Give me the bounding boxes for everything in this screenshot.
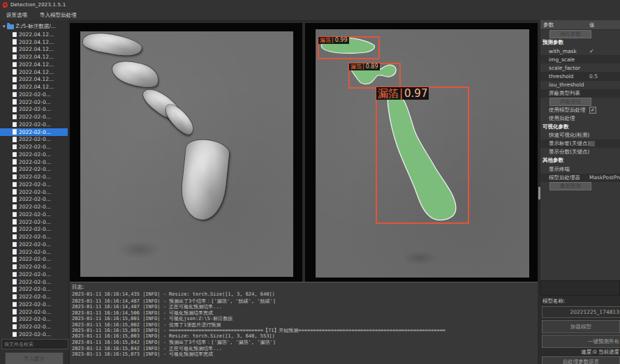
tree-item-label: 2022-02-0... bbox=[19, 196, 51, 202]
postprocess-settings-button[interactable]: 后处理参数设置 bbox=[542, 356, 620, 364]
param-row[interactable]: 屏蔽类型列表 bbox=[540, 89, 620, 98]
param-label: 屏蔽类型列表 bbox=[549, 90, 580, 97]
param-row[interactable]: 模型后处理器 MaskPostPro bbox=[540, 174, 620, 182]
file-icon bbox=[13, 234, 17, 240]
tree-item[interactable]: 2022-02-0... bbox=[0, 188, 68, 196]
tree-root-folder[interactable]: ▾ Z:/5-标注数据/... bbox=[0, 22, 68, 31]
file-icon bbox=[13, 272, 17, 278]
tree-item[interactable]: 2022-02-0... bbox=[0, 241, 68, 248]
param-checkbox[interactable]: ✓ bbox=[589, 48, 594, 54]
tree-item[interactable]: 2022-02-0... bbox=[0, 106, 68, 114]
param-row[interactable]: 参数 值 bbox=[540, 20, 620, 30]
tree-item-label: 2022-02-0... bbox=[19, 309, 51, 315]
tree-item[interactable]: 2022-02-0... bbox=[0, 181, 68, 188]
tree-item[interactable]: 2022-02-0... bbox=[0, 301, 68, 308]
tree-item[interactable]: 2022-02-0... bbox=[0, 98, 68, 106]
tree-item[interactable]: 2022-02-0... bbox=[0, 166, 68, 174]
menu-settings[interactable]: 设置选项 bbox=[0, 10, 34, 20]
tree-item[interactable]: 2022-02-0... bbox=[0, 151, 68, 158]
tree-item[interactable]: 2022-02-0... bbox=[0, 271, 68, 278]
param-row[interactable]: with_mask ✓ bbox=[540, 47, 620, 55]
tree-item[interactable]: 2022-02-0... bbox=[0, 91, 68, 98]
tree-item[interactable]: 2022-02-0... bbox=[0, 113, 68, 121]
model-name-field[interactable]: 20221225_174813 bbox=[542, 306, 620, 318]
tree-item-label: 2022-02-0... bbox=[19, 204, 51, 210]
log-line: 2023-01-11 16:16:14,435 |INFO| - Resize:… bbox=[70, 291, 538, 298]
param-row[interactable]: threshold 0.5 bbox=[540, 72, 620, 80]
tree-item-label: 2022-02-0... bbox=[19, 324, 51, 330]
tree-item[interactable]: 2022-02-0... bbox=[0, 331, 68, 338]
param-label: 参数 bbox=[543, 22, 554, 29]
prediction-image: 漏箔|0.99 漏箔|0.89 漏箔|0.97 bbox=[316, 29, 529, 278]
tree-item[interactable]: 2022-02-0... bbox=[0, 136, 68, 144]
param-row[interactable]: 使用模型后处理 ✓ bbox=[540, 106, 620, 114]
tree-item[interactable]: 2022-02-0... bbox=[0, 256, 68, 264]
param-row[interactable]: 显示分数(关键点) bbox=[540, 148, 620, 156]
file-icon bbox=[13, 54, 17, 60]
tree-item[interactable]: 2022-02-0... bbox=[0, 286, 68, 294]
file-icon bbox=[13, 144, 17, 150]
tree-item[interactable]: 2022-02-0... bbox=[0, 226, 68, 234]
tree-item[interactable]: 2022-02-0... bbox=[0, 121, 68, 128]
tree-item[interactable]: 2022-02-0... bbox=[0, 316, 68, 324]
tree-item[interactable]: 2022.04.12... bbox=[0, 68, 68, 76]
log-line: 2023-01-11 16:16:14,487 |INFO| - 正在可视化预测… bbox=[70, 303, 538, 310]
filename-search-input[interactable] bbox=[1, 339, 68, 349]
tree-item[interactable]: 2022-02-0... bbox=[0, 323, 68, 331]
tree-item[interactable]: 2022.04.12... bbox=[0, 61, 68, 68]
tree-item[interactable]: 2022.04.12... bbox=[0, 83, 68, 91]
tree-item[interactable]: 2022.04.12... bbox=[0, 53, 68, 61]
param-row[interactable]: 保存参数 bbox=[540, 30, 620, 38]
param-row[interactable]: scale_factor bbox=[540, 63, 620, 72]
image-panel-original[interactable] bbox=[70, 23, 302, 286]
tree-item[interactable]: 2022-02-0... bbox=[0, 248, 68, 256]
file-icon bbox=[13, 69, 17, 75]
tree-item[interactable]: 2022-02-0... bbox=[0, 263, 68, 271]
load-model-button[interactable]: 加载模型 bbox=[542, 320, 620, 333]
param-row[interactable]: 快速可视化(检测) bbox=[540, 131, 620, 139]
tree-item[interactable]: 2022.04.12... bbox=[0, 46, 68, 54]
tree-item[interactable]: 2022-02-0... bbox=[0, 293, 68, 301]
param-row[interactable]: img_scale bbox=[540, 55, 620, 63]
tree-item-label: 2022-02-0... bbox=[19, 226, 51, 232]
params-rows: 参数 值 保存参数 预测参数 with_mask bbox=[540, 20, 620, 190]
log-line: 2023-01-11 16:16:15,003 |INFO| - Resize:… bbox=[70, 333, 538, 340]
tree-item[interactable]: 2022-02-0... bbox=[0, 211, 68, 218]
param-row[interactable]: 其他参数 bbox=[540, 156, 620, 165]
tree-item[interactable]: 2022.04.12... bbox=[0, 38, 68, 46]
tree-item-label: 2022.04.12... bbox=[19, 61, 54, 68]
param-row[interactable]: 可视化参数 bbox=[540, 123, 620, 131]
tree-item[interactable]: 2022-02-0... bbox=[0, 278, 68, 286]
tree-item[interactable]: 2022-02-0... bbox=[0, 308, 68, 316]
param-row[interactable]: 显示终端 bbox=[540, 165, 620, 174]
tree-item[interactable]: 2022-02-0... bbox=[0, 173, 68, 181]
caret-down-icon[interactable]: ▾ bbox=[3, 24, 6, 29]
param-checkbox[interactable]: ✓ bbox=[589, 107, 596, 114]
tree-item[interactable]: 2022-02-0... bbox=[0, 218, 68, 226]
param-row[interactable]: 显示标签(关键点) bbox=[540, 139, 620, 148]
tree-item[interactable]: 2022-02-0... bbox=[0, 143, 68, 151]
param-row[interactable]: 使用后处理 bbox=[540, 114, 620, 123]
param-row[interactable]: iou_threshold bbox=[540, 81, 620, 89]
tree-item[interactable]: 2022-02-0... bbox=[0, 196, 68, 204]
param-label: 其他参数 bbox=[542, 157, 563, 164]
tree-item-label: 2022.04.12... bbox=[19, 69, 54, 75]
tree-item-label: 2022-02-0... bbox=[19, 234, 51, 240]
file-icon bbox=[13, 62, 17, 68]
tree-item[interactable]: 2022.04.12... bbox=[0, 76, 68, 84]
param-row[interactable]: 预测参数 bbox=[540, 38, 620, 47]
menu-import-postprocess[interactable]: 导入模型后处理 bbox=[34, 10, 83, 20]
tree-item[interactable]: 2022-02-0... bbox=[0, 158, 68, 166]
tree-item[interactable]: 2022.04.12... bbox=[0, 31, 68, 38]
params-panel: 参数 值 保存参数 预测参数 with_mask bbox=[540, 20, 620, 280]
tree-item[interactable]: 2022-02-0... bbox=[0, 233, 68, 241]
tree-item[interactable]: 2022-02-0... bbox=[0, 203, 68, 211]
predict-all-button[interactable]: 一键预测所有 bbox=[542, 335, 620, 348]
param-row[interactable]: 屏蔽按钮 bbox=[540, 98, 620, 106]
import-images-button[interactable]: 导入图片 bbox=[5, 352, 64, 364]
param-row[interactable]: 重新预测 bbox=[540, 182, 620, 190]
image-panel-prediction[interactable]: 漏箔|0.99 漏箔|0.89 漏箔|0.97 bbox=[305, 23, 538, 286]
param-checkbox[interactable] bbox=[589, 141, 595, 146]
tree-item-label: 2022-02-0... bbox=[19, 144, 51, 150]
tree-item[interactable]: 2022-02-0... bbox=[0, 128, 68, 136]
